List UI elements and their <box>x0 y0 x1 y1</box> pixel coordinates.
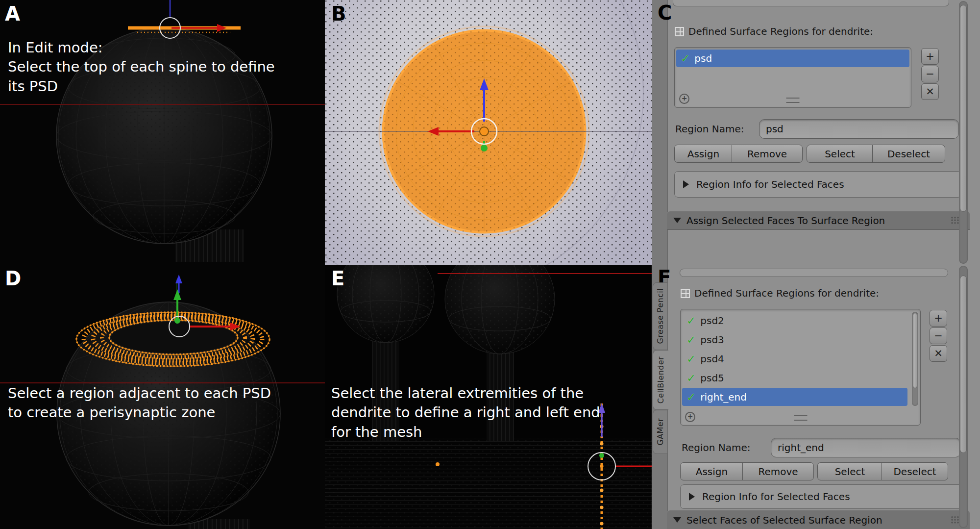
caption-e: Select the lateral extremities of the de… <box>331 384 630 442</box>
minus-icon: − <box>934 330 943 342</box>
tab-gamer[interactable]: GAMer <box>653 410 668 454</box>
add-region-button[interactable]: + <box>921 48 939 65</box>
panel-label-d: D <box>5 269 21 288</box>
expand-right-icon <box>689 493 695 501</box>
assign-button[interactable]: Assign <box>674 145 733 163</box>
region-info-label: Region Info for Selected Faces <box>696 178 844 190</box>
expand-down-icon <box>673 218 681 223</box>
panel-label-a: A <box>5 4 20 24</box>
close-icon: ✕ <box>926 86 934 98</box>
viewport-b-canvas[interactable] <box>325 0 652 265</box>
region-list-item-right-end[interactable]: ✓ right_end <box>682 388 907 406</box>
check-icon: ✓ <box>686 391 696 403</box>
expand-right-icon <box>683 180 689 188</box>
plus-icon: + <box>682 94 687 102</box>
region-list-item-psd4[interactable]: ✓ psd4 <box>682 350 907 368</box>
selected-vertex-dot <box>436 462 440 466</box>
blender-panel-c: Defined Surface Regions for dendrite: ✓ … <box>652 0 980 265</box>
figure-root: Defined Surface Regions for dendrite: ✓ … <box>0 0 980 529</box>
region-info-label: Region Info for Selected Faces <box>702 491 850 503</box>
scrollbar-thumb[interactable] <box>960 276 967 453</box>
remove-region-button[interactable]: − <box>930 327 947 344</box>
tab-label: GAMer <box>656 418 665 446</box>
scrollbar-thumb[interactable] <box>960 5 967 212</box>
close-icon: ✕ <box>934 348 943 359</box>
caption-d: Select a region adjacent to each PSD to … <box>8 384 317 423</box>
blender-panel-f: Grease Pencil CellBlender GAMer Defined … <box>652 265 980 529</box>
plus-icon: + <box>934 312 943 324</box>
remove-button[interactable]: Remove <box>732 145 803 163</box>
region-name-field[interactable]: psd <box>759 119 959 139</box>
caption-a: In Edit mode: Select the top of each spi… <box>8 38 317 96</box>
list-filter-add-icon[interactable]: + <box>679 94 689 104</box>
panel-c-tab-strip <box>652 0 668 265</box>
region-item-label: psd2 <box>700 315 724 327</box>
region-item-label: psd3 <box>700 334 724 346</box>
check-icon: ✓ <box>686 353 696 365</box>
select-faces-section-header[interactable]: Select Faces of Selected Surface Region <box>667 510 970 529</box>
plus-icon: + <box>926 50 934 62</box>
select-button[interactable]: Select <box>807 145 873 163</box>
list-scrollbar[interactable] <box>912 312 918 406</box>
assign-faces-section-header[interactable]: Assign Selected Faces To Surface Region <box>667 211 970 230</box>
list-filter-add-icon[interactable]: + <box>685 412 695 422</box>
expand-down-icon <box>673 517 681 523</box>
remove-region-button[interactable]: − <box>921 66 939 82</box>
check-icon: ✓ <box>686 372 696 384</box>
mesh-data-icon <box>675 27 684 36</box>
deselect-button[interactable]: Deselect <box>872 145 945 163</box>
region-list-item-psd[interactable]: ✓ psd <box>676 50 909 67</box>
region-list-item-psd2[interactable]: ✓ psd2 <box>682 311 907 329</box>
delete-all-button[interactable]: ✕ <box>930 345 947 362</box>
tab-grease-pencil[interactable]: Grease Pencil <box>653 282 668 350</box>
region-info-expander[interactable]: Region Info for Selected Faces <box>674 171 962 198</box>
panel-label-e: E <box>331 269 344 288</box>
scrolled-widget-edge <box>680 269 948 277</box>
regions-title: Defined Surface Regions for dendrite: <box>694 287 879 299</box>
tab-cellblender[interactable]: CellBlender <box>653 350 668 410</box>
region-list: ✓ psd2 ✓ psd3 ✓ psd4 ✓ psd5 ✓ right_end <box>680 309 921 426</box>
tab-label: CellBlender <box>656 356 665 403</box>
check-icon: ✓ <box>686 314 696 327</box>
regions-title: Defined Surface Regions for dendrite: <box>688 25 873 37</box>
section-header-label: Assign Selected Faces To Surface Region <box>686 215 885 227</box>
check-icon: ✓ <box>686 333 696 346</box>
delete-all-button[interactable]: ✕ <box>921 83 939 100</box>
deselect-button[interactable]: Deselect <box>882 462 948 480</box>
region-info-expander[interactable]: Region Info for Selected Faces <box>680 484 965 509</box>
region-list-item-psd3[interactable]: ✓ psd3 <box>682 330 907 349</box>
list-resize-handle[interactable] <box>794 415 807 421</box>
panel-label-c: C <box>658 3 672 23</box>
region-item-label: psd4 <box>700 353 724 365</box>
region-item-label: right_end <box>700 391 747 403</box>
region-name-field[interactable]: right_end <box>771 438 961 457</box>
scrolled-widget-edge <box>673 0 949 6</box>
region-name-label: Region Name: <box>675 123 744 135</box>
panel-c-scrollbar[interactable] <box>959 1 968 264</box>
section-header-label: Select Faces of Selected Surface Region <box>686 514 882 526</box>
region-list: ✓ psd + <box>674 47 911 108</box>
tab-label: Grease Pencil <box>656 288 665 344</box>
list-scrollbar-thumb[interactable] <box>913 313 917 388</box>
plus-icon: + <box>687 412 693 420</box>
select-button[interactable]: Select <box>817 462 882 480</box>
add-region-button[interactable]: + <box>930 310 947 327</box>
panel-label-b: B <box>331 4 346 24</box>
region-name-label: Region Name: <box>682 442 751 453</box>
region-item-label: psd <box>694 52 712 64</box>
region-item-label: psd5 <box>700 372 724 384</box>
panel-f-scrollbar[interactable] <box>959 266 968 528</box>
minus-icon: − <box>926 68 934 80</box>
region-list-item-psd5[interactable]: ✓ psd5 <box>682 369 907 387</box>
viewport-b[interactable] <box>325 0 652 265</box>
mesh-data-icon <box>681 289 690 298</box>
list-resize-handle[interactable] <box>786 98 800 103</box>
assign-button[interactable]: Assign <box>680 462 743 480</box>
remove-button[interactable]: Remove <box>742 462 814 480</box>
check-icon: ✓ <box>681 52 690 65</box>
